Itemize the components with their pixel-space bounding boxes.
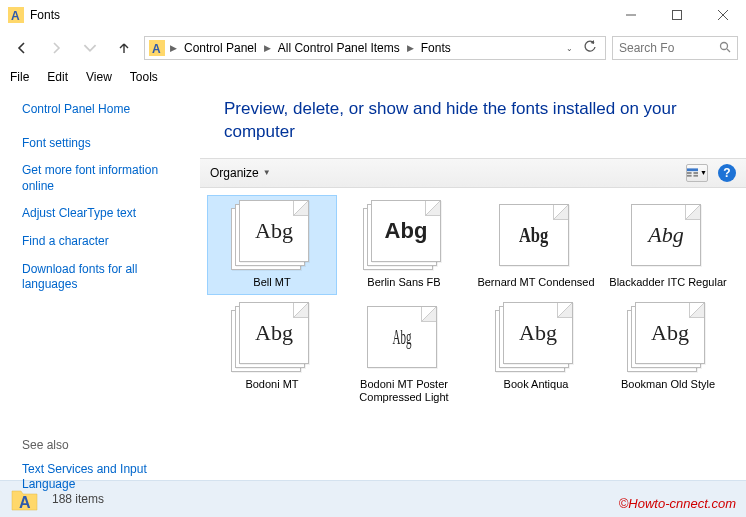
font-preview-icon: Abg (363, 302, 445, 374)
font-grid: AbgBell MTAbgBerlin Sans FBAbgBernard MT… (200, 188, 746, 480)
svg-text:A: A (19, 494, 31, 511)
font-item[interactable]: AbgBernard MT Condensed (472, 196, 600, 294)
sidebar-link[interactable]: Adjust ClearType text (22, 206, 190, 222)
organize-bar: Organize ▼ ▼ ? (200, 158, 746, 188)
svg-rect-12 (687, 175, 692, 177)
font-preview-icon: Abg (231, 200, 313, 272)
search-icon (719, 41, 731, 56)
svg-rect-10 (687, 168, 698, 171)
font-label: Book Antiqua (504, 378, 569, 392)
chevron-down-icon: ▼ (263, 168, 271, 177)
font-item[interactable]: AbgBookman Old Style (604, 298, 732, 410)
breadcrumb[interactable]: Control Panel (182, 41, 259, 55)
sidebar-link[interactable]: Get more font information online (22, 163, 190, 194)
font-label: Bodoni MT (245, 378, 298, 392)
fonts-app-icon: A (8, 7, 24, 23)
status-count: 188 items (52, 492, 104, 506)
titlebar: A Fonts (0, 0, 746, 30)
font-item[interactable]: AbgBook Antiqua (472, 298, 600, 410)
sidebar-link[interactable]: Font settings (22, 136, 190, 152)
sidebar-link[interactable]: Find a character (22, 234, 190, 250)
sidebar: Control Panel Home Font settings Get mor… (0, 88, 200, 480)
view-options-button[interactable]: ▼ (686, 164, 708, 182)
font-item[interactable]: AbgBodoni MT (208, 298, 336, 410)
svg-point-8 (721, 42, 728, 49)
font-preview-icon: Abg (231, 302, 313, 374)
up-button[interactable] (110, 34, 138, 62)
menu-file[interactable]: File (10, 70, 29, 84)
window-title: Fonts (30, 8, 608, 22)
chevron-down-icon: ▼ (700, 169, 707, 176)
see-also-header: See also (22, 438, 182, 452)
svg-text:A: A (152, 42, 161, 56)
svg-line-9 (727, 49, 730, 52)
close-button[interactable] (700, 0, 746, 30)
sidebar-link[interactable]: Download fonts for all languages (22, 262, 190, 293)
search-input[interactable]: Search Fo (612, 36, 738, 60)
sidebar-home[interactable]: Control Panel Home (22, 102, 190, 118)
font-preview-icon: Abg (495, 200, 577, 272)
page-title: Preview, delete, or show and hide the fo… (200, 88, 746, 158)
forward-button[interactable] (42, 34, 70, 62)
chevron-right-icon[interactable]: ▶ (167, 43, 180, 53)
chevron-right-icon[interactable]: ▶ (404, 43, 417, 53)
font-label: Blackadder ITC Regular (609, 276, 726, 290)
font-item[interactable]: AbgBlackadder ITC Regular (604, 196, 732, 294)
chevron-right-icon[interactable]: ▶ (261, 43, 274, 53)
font-preview-icon: Abg (363, 200, 445, 272)
breadcrumb[interactable]: All Control Panel Items (276, 41, 402, 55)
see-also: See also Text Services and Input Languag… (22, 438, 182, 493)
see-also-link[interactable]: Text Services and Input Language (22, 462, 182, 493)
help-button[interactable]: ? (718, 164, 736, 182)
font-preview-icon: Abg (495, 302, 577, 374)
svg-text:A: A (11, 9, 20, 23)
organize-button[interactable]: Organize ▼ (210, 166, 271, 180)
menu-view[interactable]: View (86, 70, 112, 84)
minimize-button[interactable] (608, 0, 654, 30)
refresh-button[interactable] (579, 40, 601, 57)
font-item[interactable]: AbgBodoni MT Poster Compressed Light (340, 298, 468, 410)
font-item[interactable]: AbgBell MT (208, 196, 336, 294)
svg-rect-13 (693, 172, 698, 174)
maximize-button[interactable] (654, 0, 700, 30)
address-dropdown[interactable]: ⌄ (562, 44, 577, 53)
svg-rect-11 (687, 172, 692, 174)
menu-edit[interactable]: Edit (47, 70, 68, 84)
font-label: Bodoni MT Poster Compressed Light (344, 378, 464, 406)
font-item[interactable]: AbgBerlin Sans FB (340, 196, 468, 294)
font-preview-icon: Abg (627, 200, 709, 272)
fonts-location-icon: A (149, 40, 165, 56)
font-label: Berlin Sans FB (367, 276, 440, 290)
recent-dropdown[interactable] (76, 34, 104, 62)
back-button[interactable] (8, 34, 36, 62)
font-label: Bell MT (253, 276, 290, 290)
font-label: Bookman Old Style (621, 378, 715, 392)
menu-tools[interactable]: Tools (130, 70, 158, 84)
font-preview-icon: Abg (627, 302, 709, 374)
search-placeholder: Search Fo (619, 41, 674, 55)
svg-rect-3 (673, 11, 682, 20)
address-bar[interactable]: A ▶ Control Panel ▶ All Control Panel It… (144, 36, 606, 60)
font-label: Bernard MT Condensed (477, 276, 594, 290)
navbar: A ▶ Control Panel ▶ All Control Panel It… (0, 30, 746, 66)
svg-rect-14 (693, 175, 698, 177)
breadcrumb[interactable]: Fonts (419, 41, 453, 55)
menubar: File Edit View Tools (0, 66, 746, 88)
